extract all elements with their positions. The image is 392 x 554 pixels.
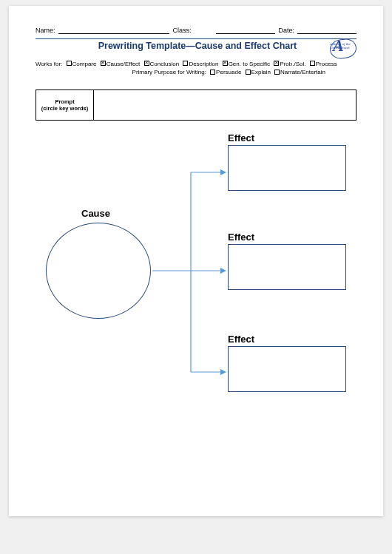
- title-rule: [36, 38, 356, 39]
- effect-label-1: Effect: [228, 132, 346, 143]
- check-gen-specific[interactable]: [223, 61, 228, 66]
- check-explain[interactable]: [246, 70, 251, 75]
- class-blank[interactable]: [216, 27, 275, 34]
- check-narrate[interactable]: [274, 70, 280, 75]
- lbl-narrate: Narrate/Entertain: [280, 69, 325, 75]
- check-conclusion[interactable]: [144, 61, 149, 66]
- page-title: Prewriting Template—Cause and Effect Cha…: [36, 41, 330, 51]
- lbl-compare: Compare: [72, 61, 97, 67]
- works-for-lead: Works for:: [36, 61, 62, 67]
- check-prob-sol[interactable]: [274, 61, 279, 66]
- works-for-row: Works for: Compare Cause/Effect Conclusi…: [36, 60, 356, 76]
- check-process[interactable]: [310, 61, 315, 66]
- cause-circle[interactable]: [46, 223, 151, 319]
- lbl-cause-effect: Cause/Effect: [107, 61, 141, 67]
- name-label: Name:: [36, 27, 55, 34]
- lbl-description: Description: [189, 61, 218, 67]
- purpose-lead: Primary Purpose for Writing:: [132, 69, 206, 75]
- lbl-explain: Explain: [251, 69, 271, 75]
- school-logo: A cademy of the United States: [330, 38, 356, 58]
- class-label: Class:: [172, 27, 191, 34]
- arrow-head-2: [220, 268, 226, 274]
- title-row: Prewriting Template—Cause and Effect Cha…: [36, 41, 356, 58]
- logo-subtext: cademy of the United States: [330, 42, 354, 50]
- lbl-process: Process: [316, 61, 337, 67]
- date-blank[interactable]: [297, 27, 356, 34]
- arrow-head-3: [220, 369, 226, 375]
- check-description[interactable]: [183, 61, 188, 66]
- arrows-svg: [146, 150, 339, 402]
- header-fields: Name: Class: Date:: [36, 27, 356, 34]
- check-cause-effect[interactable]: [101, 61, 106, 66]
- prompt-table: Prompt (circle key words): [36, 89, 356, 121]
- lbl-gen-specific: Gen. to Specific: [229, 61, 270, 67]
- worksheet-page: Name: Class: Date: Prewriting Template—C…: [9, 6, 383, 516]
- lbl-prob-sol: Prob./Sol.: [280, 61, 305, 67]
- date-label: Date:: [278, 27, 294, 34]
- name-blank[interactable]: [58, 27, 169, 34]
- lbl-persuade: Persuade: [216, 69, 241, 75]
- cause-label: Cause: [81, 208, 110, 219]
- prompt-header-cell: Prompt (circle key words): [36, 90, 94, 120]
- cause-effect-diagram: Cause Effect Effect Effect: [36, 150, 356, 446]
- arrow-head-1: [220, 169, 226, 175]
- prompt-line1: Prompt: [55, 98, 74, 105]
- lbl-conclusion: Conclusion: [150, 61, 180, 67]
- check-compare[interactable]: [67, 61, 72, 66]
- prompt-body-cell[interactable]: [94, 90, 356, 120]
- prompt-line2: (circle key words): [41, 105, 88, 112]
- check-persuade[interactable]: [210, 70, 215, 75]
